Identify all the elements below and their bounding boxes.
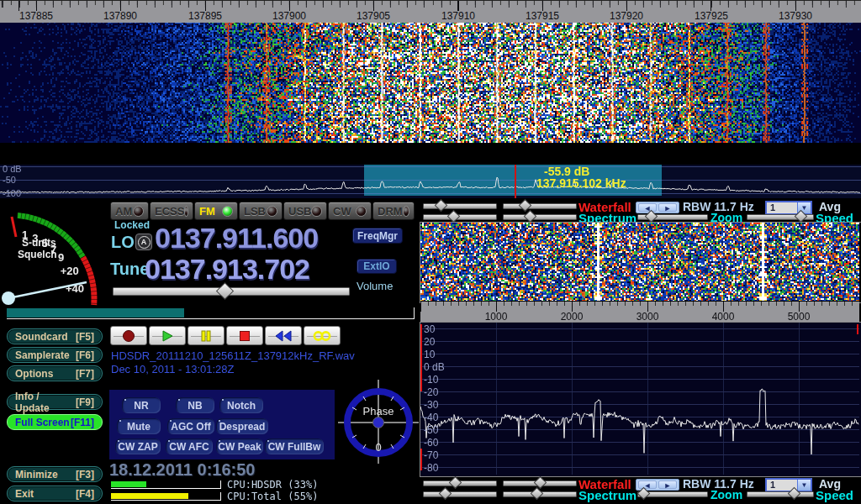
mode-button-drm[interactable]: DRM	[372, 202, 415, 220]
mode-button-usb[interactable]: USB	[283, 202, 327, 220]
cw-peak-button[interactable]: CW Peak	[216, 438, 263, 454]
af-db-label: -60	[424, 438, 438, 449]
cpu-total-meter	[111, 492, 221, 501]
af2-speed-label: Speed	[816, 490, 853, 501]
af2-avg-dropdown[interactable]: 1 ▼	[765, 478, 812, 492]
dsp-label: NB	[188, 400, 202, 412]
stop-button[interactable]	[226, 326, 263, 345]
mode-button-lsb[interactable]: LSB	[239, 202, 283, 220]
freqmgr-button[interactable]: FreqMgr	[352, 228, 403, 244]
volume-slider[interactable]	[113, 287, 350, 296]
play-button[interactable]	[149, 326, 186, 345]
chevron-down-icon[interactable]: ▼	[797, 480, 811, 491]
squelch-label: Squelch	[18, 249, 57, 260]
avg-value: 1	[767, 202, 797, 213]
af-waterfall-contrast-slider[interactable]	[503, 203, 577, 209]
record-button[interactable]	[110, 326, 147, 345]
af2-zoom-slider[interactable]	[637, 491, 708, 497]
slider-thumb[interactable]	[524, 210, 537, 223]
full-screen-button[interactable]: Full Screen [F11]	[7, 414, 103, 430]
loop-button[interactable]	[304, 326, 341, 345]
nr-button[interactable]: NR	[122, 397, 161, 413]
phase-scope[interactable]: Phase 0	[338, 380, 419, 464]
af-db-label: -80	[424, 463, 438, 474]
af2-spectrum-range-slider[interactable]	[503, 491, 577, 497]
af-db-label: 20	[424, 337, 435, 348]
despread-button[interactable]: Despread	[216, 418, 268, 434]
slider-thumb[interactable]	[447, 210, 461, 223]
af-band-spinner[interactable]: ◄ ►	[636, 202, 679, 213]
volume-slider-thumb[interactable]	[216, 282, 234, 300]
af2-spectrum-gain-slider[interactable]	[423, 491, 497, 497]
af-zoom-slider[interactable]	[637, 214, 708, 220]
avg-dropdown[interactable]: 1 ▼	[765, 201, 812, 215]
ruler-label: 137900	[272, 10, 306, 22]
af-waterfall-display[interactable]	[420, 223, 859, 301]
cw-zap-button[interactable]: CW ZAP	[115, 438, 161, 454]
button-label: Options	[15, 368, 53, 380]
af2-waterfall-brightness-slider[interactable]	[423, 480, 497, 486]
fkey-label: [F6]	[76, 349, 94, 361]
tune-cursor-line[interactable]	[515, 165, 516, 198]
arrow-left-icon[interactable]: ◄	[638, 480, 657, 489]
db-scale-label: -50	[3, 176, 16, 185]
mode-button-cw[interactable]: CW	[328, 202, 372, 220]
af-speed-slider[interactable]	[747, 214, 814, 220]
slider-thumb[interactable]	[435, 199, 448, 213]
cpu-hdsdr-meter	[111, 480, 221, 489]
ruler-label: 137895	[188, 10, 222, 22]
slider-thumb[interactable]	[439, 487, 452, 501]
lo-lock-button[interactable]: A	[135, 234, 152, 250]
main-spectrum-display[interactable]: 0 dB -50 -100 -55.9 dB 137.915.102 kHz	[0, 165, 861, 198]
mode-label: ECSS	[155, 205, 184, 218]
arrow-left-icon[interactable]: ◄	[638, 203, 657, 212]
mode-label: LSB	[244, 205, 266, 218]
clock-display: 18.12.2011 0:16:50	[109, 460, 256, 480]
slider-thumb[interactable]	[531, 487, 544, 501]
lo-frequency-value[interactable]: 0137.911.600	[155, 223, 318, 252]
af2-speed-slider[interactable]	[747, 491, 814, 497]
soundcard-button[interactable]: Soundcard [F5]	[7, 328, 103, 344]
fkey-label: [F9]	[76, 396, 94, 408]
arrow-right-icon[interactable]: ►	[658, 480, 677, 489]
cw-afc-button[interactable]: CW AFC	[166, 438, 213, 454]
samplerate-button[interactable]: Samplerate [F6]	[7, 347, 103, 363]
pause-button[interactable]	[188, 326, 224, 345]
arrow-right-icon[interactable]: ►	[658, 203, 677, 212]
minimize-button[interactable]: Minimize [F3]	[7, 466, 103, 482]
phase-title: Phase	[363, 405, 394, 417]
agc-button[interactable]: AGC Off	[167, 418, 214, 434]
db-scale-label: -100	[3, 189, 21, 198]
main-frequency-ruler[interactable]: 137885 137890 137895 137900 137905 13791…	[0, 0, 861, 23]
af-spectrum-gain-slider[interactable]	[423, 214, 497, 220]
mode-button-am[interactable]: AM	[110, 202, 149, 220]
options-button[interactable]: Options [F7]	[7, 365, 103, 381]
mode-label: CW	[333, 205, 351, 218]
af-waterfall-brightness-slider[interactable]	[423, 203, 497, 209]
af2-spectrum-label[interactable]: Spectrum	[578, 490, 637, 501]
cw-fullbw-button[interactable]: CW FullBw	[265, 438, 324, 454]
slider-thumb[interactable]	[449, 476, 462, 490]
af-spectrum-display[interactable]: 30 20 10 0 dB -10 -20 -30 -40 -50 -60 -7…	[420, 322, 861, 477]
button-label: Info / Update	[15, 391, 76, 414]
nb-button[interactable]: NB	[176, 397, 214, 413]
af-spectrum-range-slider[interactable]	[503, 214, 577, 220]
mode-button-fm[interactable]: FM	[194, 202, 238, 220]
notch-button[interactable]: Notch	[219, 397, 263, 413]
dsp-label: NR	[134, 400, 148, 412]
rewind-button[interactable]	[265, 326, 302, 345]
play-icon	[161, 329, 174, 343]
info-update-button[interactable]: Info / Update [F9]	[7, 394, 103, 410]
af-frequency-ruler[interactable]: 1000 2000 3000 4000 5000	[420, 302, 859, 322]
mute-button[interactable]: Mute	[117, 418, 161, 434]
exit-button[interactable]: Exit [F4]	[7, 486, 103, 501]
tune-frequency-value[interactable]: 0137.913.702	[145, 255, 309, 283]
dsp-label: Notch	[227, 400, 256, 412]
af2-waterfall-contrast-slider[interactable]	[503, 480, 577, 486]
ruler-label: 137905	[357, 10, 390, 22]
extio-button[interactable]: ExtIO	[357, 259, 397, 274]
mode-button-ecss[interactable]: ECSS	[150, 202, 193, 220]
mode-led-icon	[133, 206, 144, 217]
af-ruler-label: 5000	[788, 311, 811, 323]
playback-progress-bar[interactable]	[7, 307, 415, 319]
